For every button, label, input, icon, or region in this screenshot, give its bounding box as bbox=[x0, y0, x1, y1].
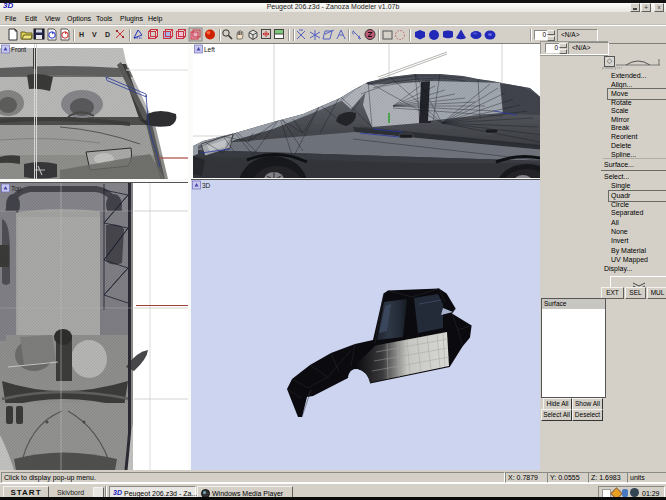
svg-text:Left: Left bbox=[204, 46, 215, 53]
svg-text:H: H bbox=[79, 31, 84, 38]
svg-text:3D: 3D bbox=[202, 182, 211, 189]
svg-text:D: D bbox=[105, 31, 110, 38]
svg-text:Top: Top bbox=[11, 185, 22, 193]
svg-text:V: V bbox=[92, 31, 97, 38]
svg-text:Front: Front bbox=[11, 46, 26, 53]
